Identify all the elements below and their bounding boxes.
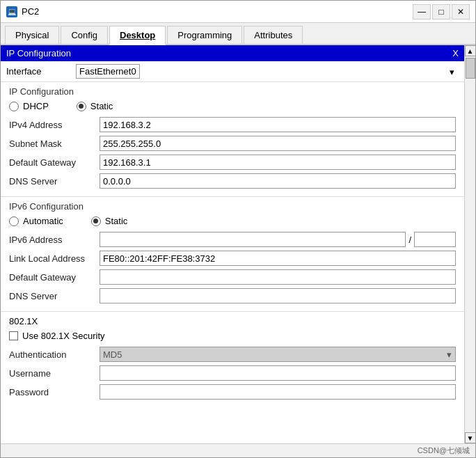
- ipv6-gateway-input[interactable]: [100, 269, 456, 285]
- ip-config-title: IP Configuration: [6, 48, 71, 58]
- dhcp-radio[interactable]: DHCP: [9, 101, 49, 111]
- ipv6-static-label: Static: [105, 216, 128, 226]
- interface-select-wrapper: FastEthernet0: [76, 64, 459, 79]
- ipv6-dns-label: DNS Server: [9, 291, 100, 301]
- ipv4-address-input[interactable]: [100, 117, 456, 132]
- dns-server-row: DNS Server: [9, 173, 456, 189]
- tab-desktop[interactable]: Desktop: [109, 26, 166, 45]
- window-title: PC2: [22, 6, 413, 17]
- dot1x-title: 802.1X: [9, 316, 456, 326]
- username-label: Username: [9, 368, 100, 379]
- tab-attributes[interactable]: Attributes: [244, 26, 303, 44]
- ipv4-section-title: IP Configuration: [9, 86, 456, 97]
- ipv6-gateway-label: Default Gateway: [9, 272, 100, 283]
- ipv4-section: IP Configuration DHCP Static IPv4 Addres…: [1, 82, 464, 197]
- dot1x-checkbox[interactable]: [9, 331, 18, 340]
- scrollbar: ▲ ▼: [464, 45, 475, 443]
- app-icon: 💻: [6, 6, 17, 17]
- link-local-input[interactable]: [100, 251, 456, 266]
- ipv6-address-row: IPv6 Address /: [9, 232, 456, 247]
- ipv6-radio-row: Automatic Static: [9, 216, 456, 226]
- dhcp-radio-circle: [9, 102, 19, 111]
- interface-select[interactable]: FastEthernet0: [76, 64, 140, 79]
- tab-programming[interactable]: Programming: [167, 26, 242, 44]
- link-local-label: Link Local Address: [9, 253, 100, 264]
- auth-select-wrapper: MD5: [100, 347, 456, 362]
- interface-label: Interface: [6, 66, 76, 77]
- ipv4-address-row: IPv4 Address: [9, 117, 456, 132]
- ipv6-automatic-label: Automatic: [23, 216, 63, 226]
- password-label: Password: [9, 387, 100, 397]
- interface-row: Interface FastEthernet0: [1, 61, 464, 82]
- default-gateway-label: Default Gateway: [9, 157, 100, 168]
- ip-config-header: IP Configuration X: [1, 45, 464, 61]
- close-button[interactable]: ✕: [452, 4, 470, 19]
- ipv6-dns-row: DNS Server: [9, 288, 456, 303]
- static-radio-circle: [77, 102, 86, 111]
- dns-server-input[interactable]: [100, 173, 456, 189]
- ipv6-section-title: IPv6 Configuration: [9, 201, 456, 212]
- content-area: IP Configuration X Interface FastEtherne…: [1, 45, 475, 443]
- dns-server-label: DNS Server: [9, 176, 100, 187]
- scroll-up-button[interactable]: ▲: [465, 45, 476, 56]
- dot1x-section: 802.1X Use 802.1X Security Authenticatio…: [1, 312, 464, 407]
- ipv6-automatic-radio[interactable]: Automatic: [9, 216, 63, 226]
- ipv6-address-label: IPv6 Address: [9, 235, 100, 245]
- tab-physical[interactable]: Physical: [5, 26, 59, 44]
- maximize-button[interactable]: □: [432, 4, 450, 19]
- ipv4-radio-row: DHCP Static: [9, 101, 456, 111]
- ipv6-gateway-row: Default Gateway: [9, 269, 456, 285]
- auth-label: Authentication: [9, 349, 100, 360]
- ipv6-static-radio-circle: [91, 216, 101, 226]
- password-row: Password: [9, 384, 456, 400]
- ipv6-address-input[interactable]: [100, 232, 406, 247]
- ipv4-address-label: IPv4 Address: [9, 120, 100, 130]
- static-label: Static: [90, 101, 113, 111]
- title-bar: 💻 PC2 — □ ✕: [1, 1, 475, 23]
- static-radio[interactable]: Static: [77, 101, 113, 111]
- ipv6-slash: /: [408, 235, 411, 245]
- scroll-down-button[interactable]: ▼: [465, 432, 476, 443]
- ip-config-close[interactable]: X: [452, 48, 459, 58]
- ipv6-address-inputs: /: [100, 232, 456, 247]
- ipv6-automatic-radio-circle: [9, 216, 19, 226]
- dot1x-checkbox-label: Use 802.1X Security: [22, 331, 105, 341]
- default-gateway-input[interactable]: [100, 155, 456, 170]
- link-local-row: Link Local Address: [9, 251, 456, 266]
- subnet-mask-input[interactable]: [100, 136, 456, 151]
- ipv6-static-radio[interactable]: Static: [91, 216, 128, 226]
- username-row: Username: [9, 365, 456, 381]
- auth-select[interactable]: MD5: [100, 347, 456, 362]
- main-window: 💻 PC2 — □ ✕ Physical Config Desktop Prog…: [0, 0, 476, 458]
- tab-bar: Physical Config Desktop Programming Attr…: [1, 23, 475, 45]
- ipv6-dns-input[interactable]: [100, 288, 456, 303]
- scroll-thumb[interactable]: [466, 58, 475, 79]
- window-controls: — □ ✕: [413, 4, 470, 19]
- password-input[interactable]: [100, 384, 456, 400]
- default-gateway-row: Default Gateway: [9, 155, 456, 170]
- username-input[interactable]: [100, 365, 456, 381]
- dhcp-label: DHCP: [23, 101, 49, 111]
- subnet-mask-label: Subnet Mask: [9, 139, 100, 149]
- watermark: CSDN@七倾城: [418, 445, 470, 456]
- minimize-button[interactable]: —: [413, 4, 431, 19]
- bottom-bar: CSDN@七倾城: [1, 443, 475, 457]
- tab-config[interactable]: Config: [61, 26, 108, 44]
- dot1x-checkbox-row: Use 802.1X Security: [9, 331, 456, 341]
- ipv6-section: IPv6 Configuration Automatic Static IPv6…: [1, 197, 464, 312]
- main-panel: IP Configuration X Interface FastEtherne…: [1, 45, 464, 443]
- auth-row: Authentication MD5: [9, 347, 456, 362]
- ipv6-prefix-input[interactable]: [414, 232, 456, 247]
- subnet-mask-row: Subnet Mask: [9, 136, 456, 151]
